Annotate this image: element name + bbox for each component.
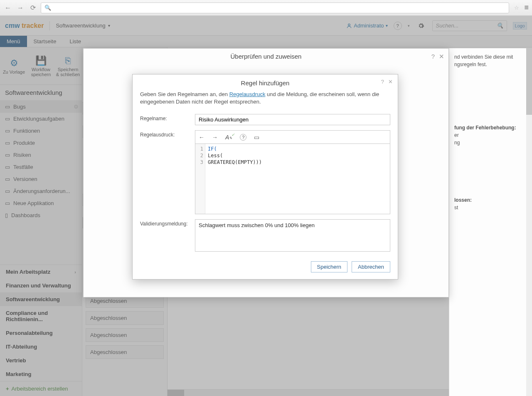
dialog-title: Regel hinzufügen	[139, 79, 391, 87]
close-icon[interactable]: ✕	[439, 53, 444, 60]
help-button[interactable]: ?	[240, 134, 246, 141]
url-bar[interactable]: 🔍	[41, 2, 509, 13]
back-button[interactable]: ←	[3, 3, 12, 12]
expression-toolbar: ← → A✎ ? ▭	[195, 130, 390, 144]
cancel-button[interactable]: Abbrechen	[352, 261, 390, 272]
code-area[interactable]: IF( Less( GREATEREQ(EMPTY)))	[205, 144, 264, 214]
label-validation-message: Validierungsmeldung:	[140, 219, 190, 227]
link-regelausdruck[interactable]: Regelausdruck	[229, 91, 266, 97]
dialog-description: Geben Sie den Regelnamen an, den Regelau…	[133, 88, 398, 111]
close-icon[interactable]: ✕	[388, 79, 393, 85]
reload-button[interactable]: ⟳	[28, 3, 37, 12]
forward-button[interactable]: →	[16, 3, 25, 12]
help-icon[interactable]: ?	[431, 53, 435, 60]
line-gutter: 123	[195, 144, 205, 214]
vertical-scrollbar[interactable]	[526, 48, 532, 396]
dialog-add-rule: Regel hinzufügen ? ✕ Geben Sie den Regel…	[132, 74, 398, 280]
browser-menu-icon[interactable]: ≡	[524, 3, 529, 12]
label-rule-name: Regelname:	[140, 114, 190, 121]
input-validation-message[interactable]	[195, 219, 390, 252]
bookmark-icon[interactable]: ☆	[514, 5, 519, 11]
input-rule-name[interactable]	[195, 114, 390, 125]
save-button[interactable]: Speichern	[311, 261, 348, 272]
search-icon: 🔍	[44, 5, 51, 11]
browser-toolbar: ← → ⟳ 🔍 ☆ ≡	[0, 0, 532, 16]
redo-button[interactable]: →	[212, 134, 218, 141]
dialog-title: Überprüfen und zuweisen	[231, 53, 302, 60]
help-icon[interactable]: ?	[381, 79, 384, 85]
insert-button[interactable]: ▭	[254, 134, 259, 141]
expression-editor[interactable]: 123 IF( Less( GREATEREQ(EMPTY)))	[195, 144, 390, 214]
label-rule-expression: Regelausdruck:	[140, 130, 190, 138]
right-help-panel: nd verbinden Sie diese mit ngsregeln fes…	[449, 48, 532, 396]
undo-button[interactable]: ←	[199, 134, 204, 141]
validate-syntax-button[interactable]: A✎	[225, 134, 232, 141]
